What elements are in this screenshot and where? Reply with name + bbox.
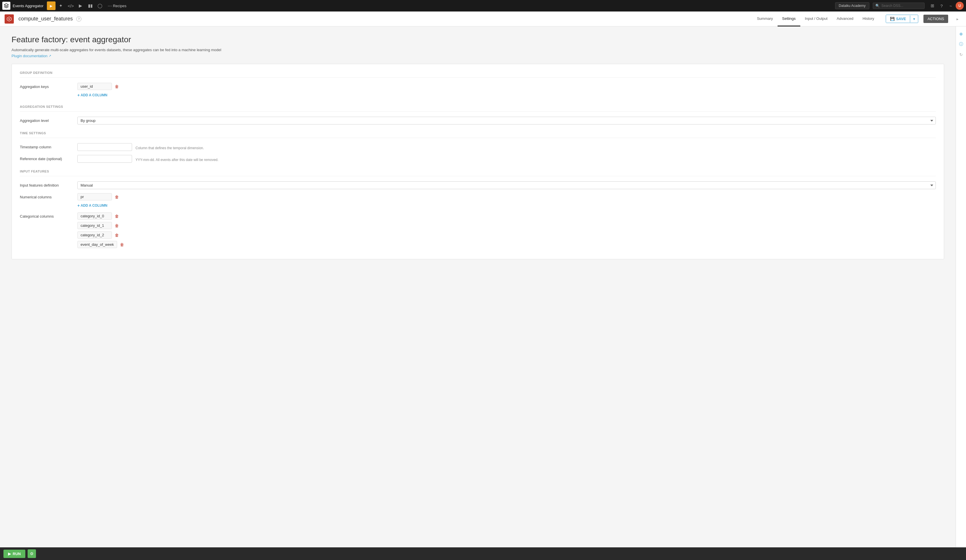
input-features-definition-controls: Manual Automatic <box>77 182 936 189</box>
timestamp-column-label: Timestamp column <box>20 143 77 149</box>
categorical-col-3: event_day_of_week 🗑 <box>77 241 936 248</box>
save-dropdown-button[interactable]: ▼ <box>910 16 918 23</box>
input-features-definition-row: Input features definition Manual Automat… <box>20 182 936 189</box>
aggregation-keys-controls: user_id 🗑 + ADD A COLUMN <box>77 83 936 98</box>
delete-numerical-col-0[interactable]: 🗑 <box>113 194 120 200</box>
nav-dash-icon[interactable]: ▮▮ <box>86 2 95 10</box>
categorical-columns-controls: category_id_0 🗑 category_id_1 🗑 category… <box>77 213 936 248</box>
add-icon: + <box>77 93 80 97</box>
group-definition-header: GROUP DEFINITION <box>20 71 936 78</box>
app-name: Events Aggregator <box>13 4 43 8</box>
add-aggregation-key-button[interactable]: + ADD A COLUMN <box>77 92 936 98</box>
sidebar-info-icon[interactable]: ⓘ <box>957 40 965 48</box>
add-numerical-column-button[interactable]: + ADD A COLUMN <box>77 203 936 208</box>
content-area: Feature factory: event aggregator Automa… <box>0 26 956 560</box>
numerical-columns-label: Numerical columns <box>20 193 77 199</box>
input-features-header: INPUT FEATURES <box>20 170 936 176</box>
delete-categorical-col-3[interactable]: 🗑 <box>119 242 125 247</box>
second-toolbar: compute_user_features ? Summary Settings… <box>0 11 966 26</box>
recipe-name: compute_user_features <box>18 16 73 22</box>
recipes-menu[interactable]: Recipes <box>115 2 124 10</box>
reference-date-hint: YYY-mm-dd. All events after this date wi… <box>135 156 219 162</box>
input-features-definition-select[interactable]: Manual Automatic <box>77 182 936 189</box>
numerical-columns-row: Numerical columns pr 🗑 + ADD A COLUMN <box>20 193 936 208</box>
top-navbar: Events Aggregator ► ✦ </> ▶ ▮▮ ◯ ⋯ Recip… <box>0 0 966 11</box>
nav-star-icon[interactable]: ✦ <box>57 2 65 10</box>
run-play-icon: ▶ <box>8 552 11 556</box>
page-title: Feature factory: event aggregator <box>12 35 944 44</box>
categorical-col-2: category_id_2 🗑 <box>77 231 936 239</box>
run-button[interactable]: ▶ RUN <box>3 550 25 558</box>
settings-form: GROUP DEFINITION Aggregation keys user_i… <box>12 64 944 259</box>
run-settings-button[interactable]: ⚙ <box>28 549 36 558</box>
plugin-documentation-link[interactable]: Plugin documentation ↗ <box>12 54 51 58</box>
numerical-col-0: pr 🗑 <box>77 193 936 200</box>
search-box[interactable]: 🔍 <box>873 3 925 9</box>
delete-categorical-col-1[interactable]: 🗑 <box>113 223 120 229</box>
categorical-col-1: category_id_1 🗑 <box>77 222 936 229</box>
timestamp-hint: Column that defines the temporal dimensi… <box>135 144 204 150</box>
aggregation-level-controls: By group By time window Both <box>77 117 936 124</box>
delete-categorical-col-2[interactable]: 🗑 <box>113 232 120 238</box>
aggregation-level-row: Aggregation level By group By time windo… <box>20 117 936 124</box>
aggregation-key-0-value: user_id <box>77 83 112 90</box>
right-sidebar: ⊕ ⓘ ↻ <box>956 26 966 560</box>
save-button-group: 💾 SAVE ▼ <box>886 15 918 23</box>
aggregation-key-0: user_id 🗑 <box>77 83 936 90</box>
user-avatar[interactable]: U <box>956 2 964 10</box>
run-bar: ▶ RUN ⚙ <box>0 547 966 560</box>
save-button[interactable]: 💾 SAVE <box>886 15 910 23</box>
categorical-col-3-value: event_day_of_week <box>77 241 117 248</box>
dss-logo <box>5 15 14 24</box>
actions-button[interactable]: ACTIONS <box>923 15 948 23</box>
nav-monitor-icon[interactable]: ◯ <box>96 2 104 10</box>
aggregation-level-select[interactable]: By group By time window Both <box>77 117 936 124</box>
numerical-col-0-value: pr <box>77 193 112 200</box>
tab-summary[interactable]: Summary <box>752 11 777 26</box>
categorical-col-2-value: category_id_2 <box>77 231 112 239</box>
input-features-definition-label: Input features definition <box>20 182 77 187</box>
collapse-sidebar-button[interactable]: ▸ <box>953 15 961 23</box>
search-input[interactable] <box>881 4 922 8</box>
numerical-columns-controls: pr 🗑 + ADD A COLUMN <box>77 193 936 208</box>
save-icon: 💾 <box>890 17 895 21</box>
reference-date-controls: YYY-mm-dd. All events after this date wi… <box>77 155 936 163</box>
tab-settings[interactable]: Settings <box>777 11 800 26</box>
nav-right-icons: ⊞ ? ~ U <box>928 2 964 10</box>
tab-advanced[interactable]: Advanced <box>832 11 858 26</box>
sidebar-sync-icon[interactable]: ↻ <box>957 51 965 59</box>
tab-input-output[interactable]: Input / Output <box>800 11 832 26</box>
main-layout: Feature factory: event aggregator Automa… <box>0 26 966 560</box>
timestamp-column-row: Timestamp column event_timestamp Column … <box>20 143 936 151</box>
delete-aggregation-key-0[interactable]: 🗑 <box>113 84 120 89</box>
aggregation-keys-label: Aggregation keys <box>20 83 77 89</box>
reference-date-row: Reference date (optional) YYY-mm-dd. All… <box>20 155 936 163</box>
aggregation-settings-header: AGGREGATION SETTINGS <box>20 105 936 111</box>
time-settings-header: TIME SETTINGS <box>20 131 936 138</box>
nav-play-icon[interactable]: ▶ <box>76 2 85 10</box>
delete-categorical-col-0[interactable]: 🗑 <box>113 213 120 219</box>
reference-date-label: Reference date (optional) <box>20 155 77 161</box>
grid-icon[interactable]: ⊞ <box>928 2 936 10</box>
categorical-col-1-value: category_id_1 <box>77 222 112 229</box>
sidebar-add-icon[interactable]: ⊕ <box>957 30 965 38</box>
nav-flow-icon[interactable]: ► <box>47 2 56 10</box>
aggregation-level-label: Aggregation level <box>20 117 77 123</box>
categorical-col-0-value: category_id_0 <box>77 213 112 219</box>
recipe-help-icon[interactable]: ? <box>76 16 81 21</box>
academy-button[interactable]: Dataiku Academy <box>835 2 869 9</box>
activity-icon[interactable]: ~ <box>946 2 955 10</box>
add-numerical-icon: + <box>77 203 80 208</box>
reference-date-input[interactable] <box>77 155 132 163</box>
run-settings-icon: ⚙ <box>30 551 34 556</box>
timestamp-column-controls: event_timestamp Column that defines the … <box>77 143 936 151</box>
app-logo <box>2 2 10 10</box>
aggregation-keys-row: Aggregation keys user_id 🗑 + ADD A COLUM… <box>20 83 936 98</box>
help-icon[interactable]: ? <box>937 2 946 10</box>
categorical-columns-row: Categorical columns category_id_0 🗑 cate… <box>20 213 936 248</box>
categorical-col-0: category_id_0 🗑 <box>77 213 936 219</box>
tab-history[interactable]: History <box>858 11 879 26</box>
timestamp-column-input[interactable]: event_timestamp <box>77 143 132 151</box>
nav-code-icon[interactable]: </> <box>66 2 75 10</box>
page-description: Automatically generate multi-scale aggre… <box>12 48 944 52</box>
